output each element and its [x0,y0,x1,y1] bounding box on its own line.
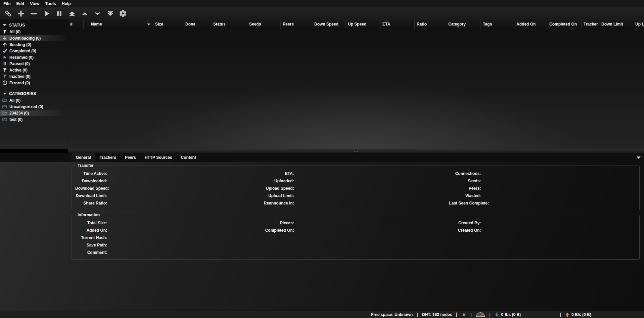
sidebar-item-paused[interactable]: Paused (0) [0,60,68,67]
column-header-ratio[interactable]: Ratio [415,19,446,29]
column-header-priority[interactable]: # [68,19,84,29]
folder-icon [2,98,7,103]
sort-descending-icon [147,24,150,26]
settings-button[interactable] [119,9,127,17]
column-header-done[interactable]: Done [183,19,211,29]
sidebar-item-seeding[interactable]: Seeding (0) [0,41,68,48]
field-label-uploaded: Uploaded: [262,179,294,183]
sidebar-item-label: All (0) [9,98,20,103]
sidebar-item-category-234234[interactable]: 234234 (0) [0,110,68,116]
column-header-completed-on[interactable]: Completed On [547,19,582,29]
column-header-category[interactable]: Category [446,19,481,29]
column-header-status[interactable]: Status [211,19,247,29]
sidebar-item-errored[interactable]: Errored (0) [0,80,68,86]
column-header-eta[interactable]: ETA [380,19,415,29]
tab-peers[interactable]: Peers [121,153,140,162]
plus-icon [17,10,25,17]
download-speed-icon [495,312,499,317]
column-header-down-limit[interactable]: Down Limit [599,19,633,29]
folder-icon [2,117,7,122]
panel-collapse-caret-icon[interactable] [637,156,641,159]
categories-section-header[interactable]: CATEGORIES [0,90,68,97]
column-header-size[interactable]: Size [153,19,183,29]
sidebar-item-category-test[interactable]: test (0) [0,116,68,123]
field-label-reannounce-in: Reannounce In: [262,201,294,206]
menu-help[interactable]: Help [62,1,71,6]
tab-content[interactable]: Content [177,153,200,162]
column-header-tags[interactable]: Tags [481,19,514,29]
pause-button[interactable] [55,9,63,17]
global-upload-speed[interactable]: 0 B/s (0 B) [565,312,591,317]
sidebar-item-category-uncategorized[interactable]: Uncategorized (0) [0,103,68,110]
free-space-label: Free space: Unknown [371,312,413,317]
delete-button[interactable] [30,9,38,17]
bottom-priority-button[interactable] [106,9,114,17]
field-label-upload-speed: Upload Speed: [262,186,294,191]
resume-button[interactable] [42,9,50,17]
torrent-table: # Name Size Done Status Seeds Peers Down… [68,19,644,149]
field-label-seeds: Seeds: [449,179,481,183]
column-header-seeds[interactable]: Seeds [247,19,281,29]
gear-icon [119,9,127,17]
sidebar-item-label: All (0) [9,30,20,34]
upload-speed-value: 0 B/s (0 B) [571,312,591,317]
sidebar-item-active[interactable]: Active (0) [0,67,68,73]
sidebar-item-all-status[interactable]: All (0) [0,29,68,35]
sidebar-item-category-all[interactable]: All (0) [0,97,68,103]
sidebar-item-label: Resumed (0) [9,55,34,60]
menu-file[interactable]: File [3,1,11,6]
torrent-table-header: # Name Size Done Status Seeds Peers Down… [68,19,644,29]
link-icon [4,10,12,17]
statusbar-divider [560,313,561,317]
section-gap [0,86,68,90]
field-label-share-ratio: Share Ratio: [75,201,107,206]
panel-splitter-handle[interactable]: ... [68,149,644,153]
workspace: STATUS All (0) Downloading (0) Seeding (… [0,19,644,149]
chevron-up-icon [81,10,88,17]
play-icon [2,55,7,60]
move-down-button[interactable] [93,9,101,17]
add-link-button[interactable] [4,9,12,17]
sidebar-item-inactive[interactable]: Inactive (0) [0,73,68,80]
field-label-download-limit: Download Limit: [75,193,107,198]
column-header-peers[interactable]: Peers [281,19,312,29]
torrent-list-empty-area[interactable] [68,29,644,149]
status-section-header[interactable]: STATUS [0,22,68,29]
download-speed-value: 0 B/s (0 B) [501,312,521,317]
speed-gauge-icon [476,312,485,317]
sidebar-item-label: Downloading (0) [9,36,41,41]
tab-trackers[interactable]: Trackers [95,153,121,162]
sidebar-item-downloading[interactable]: Downloading (0) [0,35,68,41]
add-torrent-button[interactable] [17,9,25,17]
download-arrow-icon [2,36,7,41]
global-download-speed[interactable]: 0 B/s (0 B) [495,312,521,317]
chevrons-down-icon [106,10,114,17]
sidebar: STATUS All (0) Downloading (0) Seeding (… [0,19,68,149]
column-header-name[interactable]: Name [89,19,153,29]
connection-status-indicator [461,312,466,318]
move-up-button[interactable] [81,9,89,17]
status-header-label: STATUS [9,23,25,28]
statusbar-divider [456,313,457,317]
tab-http-sources[interactable]: HTTP Sources [140,153,177,162]
column-header-up-limit[interactable]: Up Limit [633,19,644,29]
menu-tools[interactable]: Tools [45,1,56,6]
tab-general[interactable]: General [72,153,95,162]
sidebar-item-resumed[interactable]: Resumed (0) [0,54,68,60]
collapse-triangle-icon [3,24,6,26]
column-header-icon[interactable] [84,19,89,29]
field-label-downloaded: Downloaded: [75,179,107,183]
menu-view[interactable]: View [30,1,39,6]
chevron-down-icon [94,10,101,17]
sidebar-item-label: Errored (0) [9,81,30,85]
column-header-tracker[interactable]: Tracker [582,19,599,29]
column-header-added-on[interactable]: Added On [514,19,547,29]
top-priority-button[interactable] [68,9,76,17]
menu-edit[interactable]: Edit [16,1,25,6]
menu-bar: File Edit View Tools Help [0,0,644,7]
column-header-up-speed[interactable]: Up Speed [346,19,380,29]
column-header-down-speed[interactable]: Down Speed [312,19,346,29]
alt-speed-limits-toggle[interactable] [476,312,485,317]
sidebar-item-completed[interactable]: Completed (0) [0,48,68,54]
statusbar-divider [471,313,471,317]
